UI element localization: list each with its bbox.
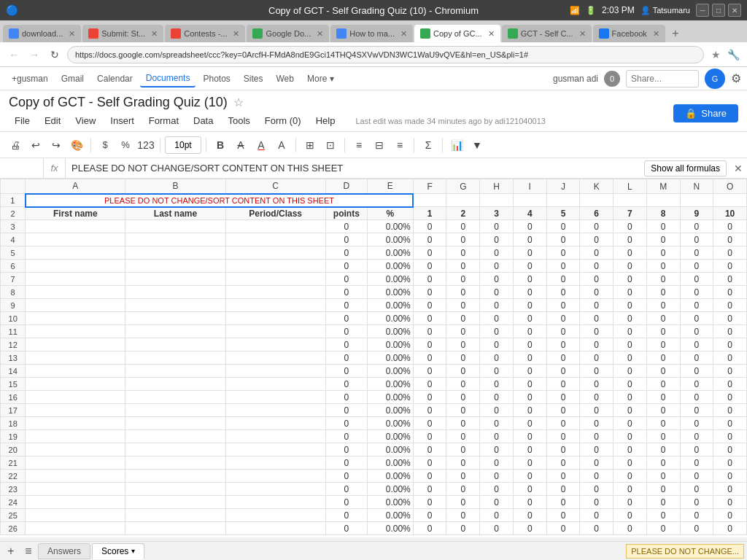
nav-calendar[interactable]: Calendar bbox=[91, 71, 139, 87]
col-header-E[interactable]: E bbox=[367, 179, 413, 194]
cell-E20[interactable]: 0.00% bbox=[367, 443, 413, 456]
tab-close-copy-gct[interactable]: ✕ bbox=[488, 29, 495, 39]
cell-M10[interactable]: 0 bbox=[646, 312, 680, 325]
cell-D4[interactable]: 0 bbox=[325, 233, 367, 246]
cell-I12[interactable]: 0 bbox=[513, 338, 546, 351]
cell-N23[interactable]: 0 bbox=[680, 483, 713, 496]
cell-N2[interactable]: 9 bbox=[680, 207, 713, 220]
tab-scores[interactable]: Scores ▾ bbox=[92, 543, 144, 559]
row-num-23[interactable]: 23 bbox=[1, 483, 26, 496]
cell-H8[interactable]: 0 bbox=[480, 286, 514, 299]
col-header-O[interactable]: O bbox=[713, 179, 747, 194]
cell-K20[interactable]: 0 bbox=[580, 443, 614, 456]
cell-A18[interactable] bbox=[26, 417, 125, 430]
cell-L15[interactable]: 0 bbox=[614, 378, 647, 391]
cell-H25[interactable]: 0 bbox=[480, 509, 514, 522]
cell-D20[interactable]: 0 bbox=[325, 443, 367, 456]
cell-J24[interactable]: 0 bbox=[546, 496, 580, 509]
col-header-C[interactable]: C bbox=[225, 179, 325, 194]
cell-N8[interactable]: 0 bbox=[680, 286, 713, 299]
cell-K24[interactable]: 0 bbox=[580, 496, 614, 509]
cell-D7[interactable]: 0 bbox=[325, 273, 367, 286]
cell-A21[interactable] bbox=[26, 456, 125, 470]
cell-D24[interactable]: 0 bbox=[325, 496, 367, 509]
cell-N24[interactable]: 0 bbox=[680, 496, 713, 509]
cell-I6[interactable]: 0 bbox=[513, 260, 546, 273]
cell-N13[interactable]: 0 bbox=[680, 351, 713, 365]
cell-I24[interactable]: 0 bbox=[513, 496, 546, 509]
cell-J20[interactable]: 0 bbox=[546, 443, 580, 456]
cell-B11[interactable] bbox=[125, 325, 225, 338]
cell-J21[interactable]: 0 bbox=[546, 456, 580, 470]
cell-E5[interactable]: 0.00% bbox=[367, 246, 413, 260]
cell-F20[interactable]: 0 bbox=[413, 443, 446, 456]
cell-M16[interactable]: 0 bbox=[646, 391, 680, 404]
cell-F9[interactable]: 0 bbox=[413, 299, 446, 312]
cell-I21[interactable]: 0 bbox=[513, 456, 546, 470]
tab-close-contests[interactable]: ✕ bbox=[233, 29, 239, 39]
cell-I17[interactable]: 0 bbox=[513, 404, 546, 417]
cell-B10[interactable] bbox=[125, 312, 225, 325]
cell-B19[interactable] bbox=[125, 430, 225, 443]
cell-H22[interactable]: 0 bbox=[480, 470, 514, 483]
cell-O24[interactable]: 0 bbox=[713, 496, 747, 509]
cell-B23[interactable] bbox=[125, 483, 225, 496]
cell-I3[interactable]: 0 bbox=[513, 220, 546, 233]
cell-J1[interactable] bbox=[546, 194, 580, 207]
cell-F24[interactable]: 0 bbox=[413, 496, 446, 509]
cell-H1[interactable] bbox=[480, 194, 514, 207]
cell-D16[interactable]: 0 bbox=[325, 391, 367, 404]
tab-close-google-docs[interactable]: ✕ bbox=[317, 29, 323, 39]
col-header-F[interactable]: F bbox=[413, 179, 446, 194]
cell-G22[interactable]: 0 bbox=[446, 470, 480, 483]
chart-btn[interactable]: 📊 bbox=[447, 136, 466, 155]
window-controls[interactable]: ─ □ ✕ bbox=[696, 4, 741, 17]
row-num-8[interactable]: 8 bbox=[1, 286, 26, 299]
cell-J2[interactable]: 5 bbox=[546, 207, 580, 220]
cell-L17[interactable]: 0 bbox=[614, 404, 647, 417]
cell-I20[interactable]: 0 bbox=[513, 443, 546, 456]
cell-I8[interactable]: 0 bbox=[513, 286, 546, 299]
cell-E14[interactable]: 0.00% bbox=[367, 365, 413, 378]
new-tab-btn[interactable]: + bbox=[667, 25, 684, 42]
cell-F18[interactable]: 0 bbox=[413, 417, 446, 430]
cell-M4[interactable]: 0 bbox=[646, 233, 680, 246]
cell-N25[interactable]: 0 bbox=[680, 509, 713, 522]
cell-K17[interactable]: 0 bbox=[580, 404, 614, 417]
add-sheet-btn[interactable]: + bbox=[3, 543, 19, 559]
notification-badge[interactable]: 0 bbox=[604, 71, 620, 87]
cell-D19[interactable]: 0 bbox=[325, 430, 367, 443]
back-btn[interactable]: ← bbox=[6, 47, 22, 63]
cell-H19[interactable]: 0 bbox=[480, 430, 514, 443]
cell-J5[interactable]: 0 bbox=[546, 246, 580, 260]
row-num-3[interactable]: 3 bbox=[1, 220, 26, 233]
cell-J19[interactable]: 0 bbox=[546, 430, 580, 443]
cell-C18[interactable] bbox=[225, 417, 325, 430]
cell-F23[interactable]: 0 bbox=[413, 483, 446, 496]
cell-A11[interactable] bbox=[26, 325, 125, 338]
cell-H5[interactable]: 0 bbox=[480, 246, 514, 260]
cell-O22[interactable]: 0 bbox=[713, 470, 747, 483]
cell-G24[interactable]: 0 bbox=[446, 496, 480, 509]
close-btn[interactable]: ✕ bbox=[728, 4, 741, 17]
cell-N20[interactable]: 0 bbox=[680, 443, 713, 456]
cell-A14[interactable] bbox=[26, 365, 125, 378]
cell-L12[interactable]: 0 bbox=[614, 338, 647, 351]
cell-E25[interactable]: 0.00% bbox=[367, 509, 413, 522]
cell-H24[interactable]: 0 bbox=[480, 496, 514, 509]
cell-G12[interactable]: 0 bbox=[446, 338, 480, 351]
wrap-text-btn[interactable]: ⊟ bbox=[370, 136, 389, 155]
cell-M19[interactable]: 0 bbox=[646, 430, 680, 443]
row-num-14[interactable]: 14 bbox=[1, 365, 26, 378]
cell-E4[interactable]: 0.00% bbox=[367, 233, 413, 246]
cell-B13[interactable] bbox=[125, 351, 225, 365]
cell-E21[interactable]: 0.00% bbox=[367, 456, 413, 470]
cell-I18[interactable]: 0 bbox=[513, 417, 546, 430]
cell-N26[interactable]: 0 bbox=[680, 522, 713, 535]
cell-I19[interactable]: 0 bbox=[513, 430, 546, 443]
cell-N9[interactable]: 0 bbox=[680, 299, 713, 312]
cell-C26[interactable] bbox=[225, 522, 325, 535]
cell-C4[interactable] bbox=[225, 233, 325, 246]
cell-M7[interactable]: 0 bbox=[646, 273, 680, 286]
cell-A12[interactable] bbox=[26, 338, 125, 351]
